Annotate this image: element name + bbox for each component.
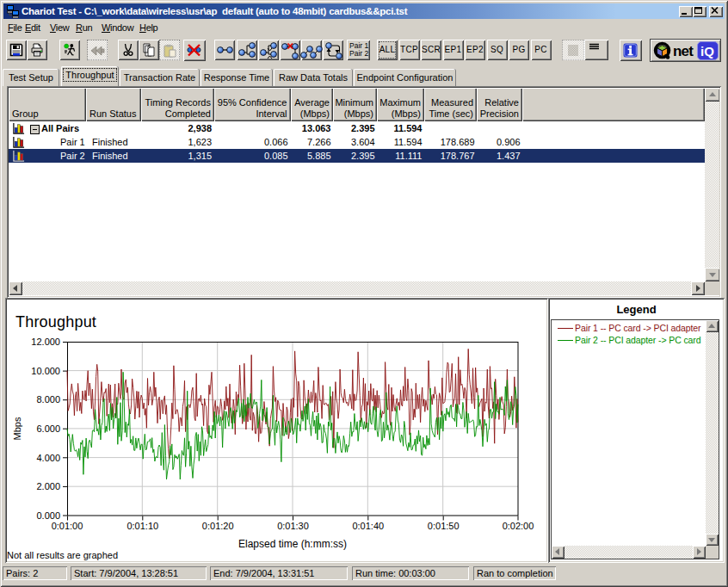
svg-text:0:01:00: 0:01:00 [52,521,83,531]
svg-text:0:01:50: 0:01:50 [428,521,460,531]
svg-text:Mbps: Mbps [12,417,22,440]
svg-text:6.000: 6.000 [36,423,60,434]
svg-text:8.000: 8.000 [36,394,60,405]
svg-text:4.000: 4.000 [36,453,60,463]
svg-text:2.000: 2.000 [36,481,60,491]
svg-text:12.000: 12.000 [31,337,60,347]
svg-text:0:01:10: 0:01:10 [126,521,158,531]
svg-text:Elapsed time (h:mm:ss): Elapsed time (h:mm:ss) [238,538,347,550]
svg-text:10.000: 10.000 [31,366,60,376]
svg-text:0:02:00: 0:02:00 [503,521,534,531]
svg-text:0:01:20: 0:01:20 [202,521,234,531]
svg-text:0:01:30: 0:01:30 [277,521,309,531]
svg-text:0.000: 0.000 [36,510,60,521]
svg-text:0:01:40: 0:01:40 [352,521,384,531]
svg-text:Not all results are graphed: Not all results are graphed [7,550,118,560]
svg-text:Pair 2: Pair 2 [349,49,368,58]
svg-text:Throughput: Throughput [15,313,96,331]
